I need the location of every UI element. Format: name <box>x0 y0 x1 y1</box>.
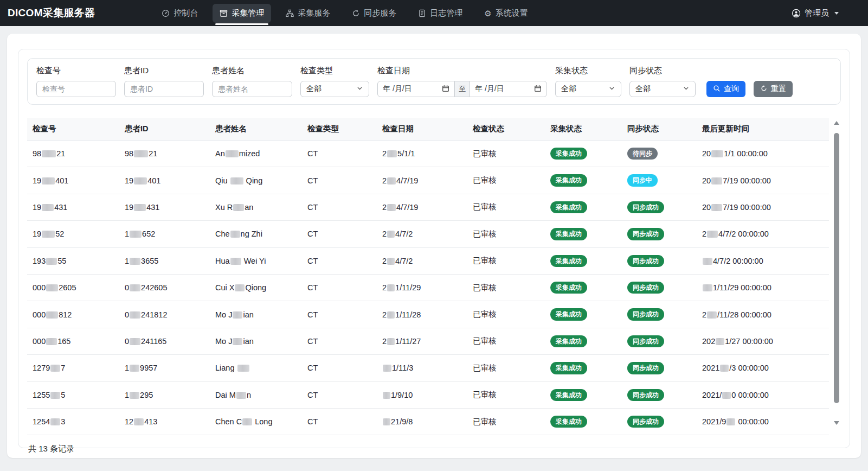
cell-exam_no: 19355 <box>27 247 119 274</box>
table-row[interactable]: 0008120241812Mo JianCT21/11/28已审核采集成功同步成… <box>27 301 829 328</box>
date-to-input[interactable]: 年 /月/日 <box>470 81 547 97</box>
chevron-down-icon <box>608 85 615 93</box>
cell-patient_id: 9821 <box>119 141 210 167</box>
collect-status-label: 采集状态 <box>555 66 621 76</box>
redacted-text <box>711 204 722 211</box>
cell-sync_status: 同步成功 <box>622 408 697 435</box>
cell-collect_status: 采集成功 <box>545 167 622 194</box>
redacted-text <box>711 150 723 157</box>
table-row[interactable]: 1279719957Liang CT1/11/3已审核采集成功同步成功2021/… <box>27 355 829 381</box>
sync-status-badge: 同步成功 <box>627 335 664 347</box>
table-row[interactable]: 1943119431Xu RanCT24/7/19已审核采集成功同步成功207/… <box>27 194 829 220</box>
search-button[interactable]: 查询 <box>706 81 745 97</box>
cell-exam_no: 12555 <box>27 381 119 408</box>
cell-patient_id: 19431 <box>119 194 210 220</box>
redacted-text <box>130 231 142 238</box>
cell-collect_status: 采集成功 <box>545 408 622 435</box>
table-row[interactable]: 0001650241165Mo JianCT21/11/27已审核采集成功同步成… <box>27 328 829 354</box>
table-row[interactable]: 125551295Dai MnCT1/9/10已审核采集成功同步成功2021/0… <box>27 381 829 408</box>
reset-button[interactable]: 重置 <box>754 81 793 97</box>
cell-collect_status: 采集成功 <box>545 247 622 274</box>
exam-type-select[interactable]: 全部 <box>300 81 369 97</box>
cell-sync_status: 同步成功 <box>622 301 697 328</box>
nav-item-采集服务[interactable]: 采集服务 <box>279 4 337 23</box>
redacted-text <box>233 204 244 211</box>
nav-item-日志管理[interactable]: 日志管理 <box>411 4 470 23</box>
nav-item-label: 同步服务 <box>364 8 396 18</box>
table-row[interactable]: 00026050242605Cui XQiongCT21/11/29已审核采集成… <box>27 274 829 301</box>
table-row[interactable]: 19521652Cheng ZhiCT24/7/2已审核采集成功同步成功24/7… <box>27 221 829 247</box>
patient-id-input[interactable] <box>124 81 204 97</box>
table-row[interactable]: 1935513655Hua Wei YiCT24/7/2已审核采集成功同步成功4… <box>27 247 829 274</box>
cell-updated: 207/19 00:00:00 <box>697 194 829 220</box>
vertical-scrollbar[interactable] <box>833 121 840 425</box>
redacted-text <box>383 365 391 372</box>
redacted-text <box>387 177 396 184</box>
date-from-input[interactable]: 年 /月/日 <box>377 81 455 97</box>
nav-item-采集管理[interactable]: 采集管理 <box>213 4 271 23</box>
table-row[interactable]: 98219821AnmizedCT25/1/1已审核采集成功待同步201/1 0… <box>27 141 829 167</box>
diagram-icon <box>286 9 294 17</box>
results-table-area: 检查号患者ID患者姓名检查类型检查日期检查状态采集状态同步状态最后更新时间 98… <box>27 118 841 435</box>
nav-item-同步服务[interactable]: 同步服务 <box>345 4 403 23</box>
cell-sync_status: 待同步 <box>622 141 697 167</box>
scrollbar-thumb[interactable] <box>834 133 839 403</box>
filter-exam-no: 检查号 <box>36 66 116 97</box>
cell-collect_status: 采集成功 <box>545 381 622 408</box>
redacted-text <box>387 338 395 345</box>
redacted-text <box>46 311 58 319</box>
redacted-text <box>230 231 240 238</box>
cell-sync_status: 同步成功 <box>622 274 697 301</box>
exam-no-input[interactable] <box>36 81 116 97</box>
chevron-down-icon <box>683 85 690 93</box>
cell-patient_id: 12413 <box>119 408 210 435</box>
cell-patient_name: Chen C Long <box>210 408 302 435</box>
nav-item-控制台[interactable]: 控制台 <box>155 4 205 23</box>
sync-status-badge: 同步成功 <box>627 228 664 240</box>
scroll-up-arrow-icon[interactable] <box>834 121 839 125</box>
cell-patient_name: Dai Mn <box>210 381 302 408</box>
cell-sync_status: 同步成功 <box>622 247 697 274</box>
cell-sync_status: 同步中 <box>622 167 697 194</box>
redacted-text <box>42 231 55 238</box>
cell-updated: 1/11/29 00:00:00 <box>697 274 829 301</box>
column-header-1: 患者ID <box>119 118 210 141</box>
redacted-text <box>46 258 57 265</box>
cell-exam_status: 已审核 <box>467 408 545 435</box>
cell-exam_no: 9821 <box>27 141 119 167</box>
sync-status-select[interactable]: 全部 <box>629 81 696 97</box>
redacted-text <box>50 392 60 399</box>
redacted-text <box>387 231 395 238</box>
scroll-down-arrow-icon[interactable] <box>834 421 839 425</box>
table-row[interactable]: 1254312413Chen C LongCT21/9/8已审核采集成功同步成功… <box>27 408 829 435</box>
top-navbar: DICOM采集服务器 控制台采集管理采集服务同步服务日志管理⚙系统设置 管理员 <box>0 0 868 26</box>
cell-exam_status: 已审核 <box>467 141 545 167</box>
redacted-text <box>387 150 397 157</box>
nav-item-label: 系统设置 <box>496 8 528 18</box>
redacted-text <box>130 392 139 399</box>
gear-icon: ⚙ <box>484 9 491 17</box>
redacted-text <box>383 392 390 399</box>
cell-exam_type: CT <box>302 328 377 354</box>
nav-item-label: 控制台 <box>173 8 198 18</box>
table-body: 98219821AnmizedCT25/1/1已审核采集成功待同步201/1 0… <box>27 141 829 435</box>
cell-exam_status: 已审核 <box>467 301 545 328</box>
patient-name-input[interactable] <box>212 81 292 97</box>
collect-status-select[interactable]: 全部 <box>555 81 621 97</box>
redacted-text <box>387 204 396 211</box>
cell-exam_status: 已审核 <box>467 247 545 274</box>
redacted-text <box>42 177 55 184</box>
column-header-5: 检查状态 <box>467 118 545 141</box>
cell-exam_status: 已审核 <box>467 167 545 194</box>
user-menu[interactable]: 管理员 <box>792 8 855 18</box>
cell-exam_no: 12543 <box>27 408 119 435</box>
table-row[interactable]: 1940119401Qiu QingCT24/7/19已审核采集成功同步中207… <box>27 167 829 194</box>
collect-status-badge: 采集成功 <box>550 308 587 320</box>
redacted-text <box>233 311 242 319</box>
date-range-separator: 至 <box>455 81 470 97</box>
nav-item-系统设置[interactable]: ⚙系统设置 <box>477 4 535 23</box>
collect-status-badge: 采集成功 <box>550 335 587 347</box>
cell-patient_id: 0241812 <box>119 301 210 328</box>
cell-exam_no: 0002605 <box>27 274 119 301</box>
cell-patient_name: Anmized <box>210 141 302 167</box>
